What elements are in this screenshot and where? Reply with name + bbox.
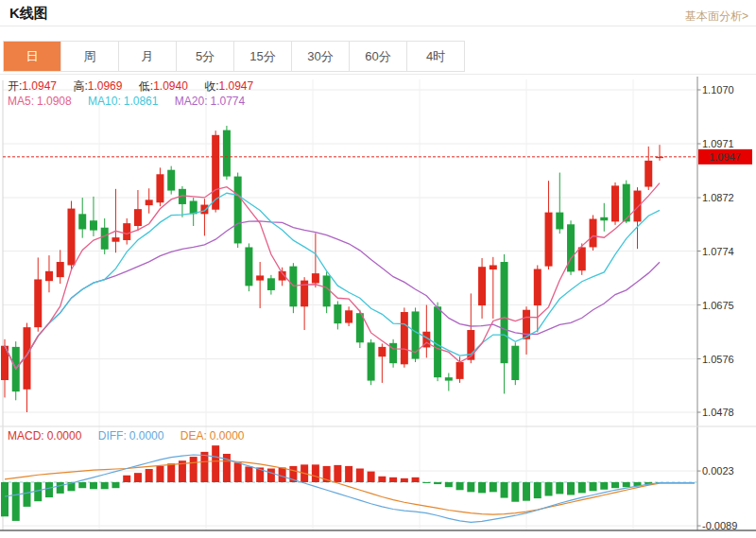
period-tabs: 日 周 月 5分 15分 30分 60分 4时 <box>3 41 465 72</box>
gridlines <box>3 79 697 530</box>
ma20-value: 1.0774 <box>210 95 245 108</box>
ma20-label: MA20: <box>175 95 208 108</box>
svg-text:1.0675: 1.0675 <box>702 300 734 311</box>
fundamental-analysis-link[interactable]: 基本面分析> <box>685 9 748 25</box>
svg-text:1.0576: 1.0576 <box>702 354 734 365</box>
candlestick-series <box>1 126 663 412</box>
ohlc-legend: 开:1.0947 高:1.0969 低:1.0940 收:1.0947 <box>8 78 266 95</box>
macd-legend: MACD:0.0000 DIFF:0.0000 DEA:0.0000 <box>8 429 257 443</box>
svg-text:1.0947: 1.0947 <box>709 151 741 163</box>
svg-text:-0.0089: -0.0089 <box>702 520 737 531</box>
macd-histogram <box>1 445 663 521</box>
ma5-value: 1.0908 <box>37 95 72 108</box>
open-value: 1.0947 <box>22 79 57 93</box>
dea-value: 0.0000 <box>210 429 245 443</box>
low-value: 1.0940 <box>153 79 188 93</box>
tabs-divider <box>0 74 756 75</box>
ma-legend: MA5:1.0908 MA10:1.0861 MA20:1.0774 <box>8 95 258 108</box>
close-value: 1.0947 <box>219 79 254 93</box>
svg-text:1.0774: 1.0774 <box>702 246 734 257</box>
tab-4hour[interactable]: 4时 <box>407 42 464 71</box>
diff-value: 0.0000 <box>129 429 164 443</box>
ma10-label: MA10: <box>88 95 121 108</box>
low-label: 低: <box>139 79 153 93</box>
axes <box>0 77 756 530</box>
kline-chart-canvas[interactable]: 1.09471.10701.09711.08721.07741.06751.05… <box>0 76 756 538</box>
tab-5min[interactable]: 5分 <box>177 42 234 71</box>
diff-label: DIFF: <box>98 429 127 443</box>
macd-label: MACD: <box>8 429 44 443</box>
open-label: 开: <box>8 79 22 93</box>
high-value: 1.0969 <box>88 79 123 93</box>
svg-text:1.1070: 1.1070 <box>702 84 734 95</box>
close-label: 收: <box>204 79 218 93</box>
tab-30min[interactable]: 30分 <box>292 42 350 71</box>
tab-15min[interactable]: 15分 <box>234 42 292 71</box>
svg-text:1.0478: 1.0478 <box>702 407 734 418</box>
tab-month[interactable]: 月 <box>119 42 177 71</box>
tab-week[interactable]: 周 <box>61 42 119 71</box>
svg-text:0.0023: 0.0023 <box>702 465 734 477</box>
tab-60min[interactable]: 60分 <box>350 42 407 71</box>
dea-label: DEA: <box>180 429 207 443</box>
header-divider <box>0 26 756 26</box>
price-tag: 1.0947 <box>698 149 752 165</box>
svg-text:1.0971: 1.0971 <box>702 138 734 149</box>
ma10-value: 1.0861 <box>124 95 159 108</box>
macd-value: 0.0000 <box>47 429 82 443</box>
ma5-line <box>5 183 660 369</box>
svg-text:1.0872: 1.0872 <box>702 192 734 203</box>
tab-day[interactable]: 日 <box>4 42 61 71</box>
high-label: 高: <box>73 79 87 93</box>
page-title: K线图 <box>9 5 48 23</box>
ma5-label: MA5: <box>8 95 34 108</box>
